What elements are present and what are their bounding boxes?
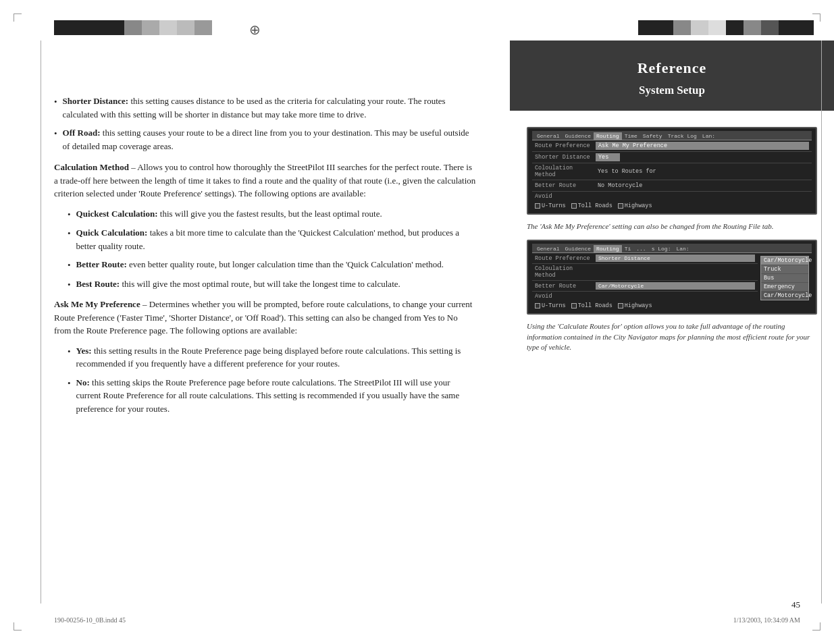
- bullet-item: • Best Route: this will give the most op…: [68, 277, 476, 292]
- header-sq: [142, 20, 159, 35]
- corner-tl: [14, 14, 22, 22]
- header-sq: [726, 20, 744, 35]
- dropdown-item-truck[interactable]: Truck: [761, 265, 808, 274]
- tab-lan: Lan:: [700, 132, 718, 140]
- device-row: Shorter Distance Yes: [532, 152, 812, 163]
- bullet-dot: •: [54, 127, 57, 153]
- header-sq: [194, 20, 212, 35]
- page-number: 45: [791, 599, 800, 610]
- dropdown-item-car2[interactable]: Car/Motorcycle: [761, 292, 808, 300]
- margin-line-left: [41, 41, 41, 603]
- header-sq: [159, 20, 177, 35]
- header-sq: [779, 20, 796, 35]
- tab-lan2: Lan:: [673, 245, 692, 252]
- header-sq: [107, 20, 124, 35]
- bullet-text: Off Road: this setting causes your route…: [63, 126, 476, 153]
- device-label: Coloulation Method: [535, 165, 596, 178]
- header-sq: [177, 20, 194, 35]
- page-container: ⊕ • Shorter Distance: this setting cause…: [0, 0, 834, 644]
- tab-dots: ...: [633, 245, 648, 252]
- calc-method-heading: Calculation Method – Allows you to contr…: [54, 161, 476, 200]
- device-label: Route Preference: [535, 255, 596, 262]
- checkbox-uturns: U-Turns: [535, 203, 566, 209]
- header-sq: [691, 20, 708, 35]
- tab-tracklog: Track Log: [665, 132, 700, 140]
- header-bar-right: [638, 20, 814, 35]
- header-sq: [638, 20, 656, 35]
- tab-time: Time: [622, 132, 640, 140]
- bullet-dot: •: [68, 259, 71, 272]
- device-value: Yes: [596, 153, 620, 161]
- bullet-label: Shorter Distance:: [63, 96, 129, 106]
- device-screenshot-2: General Guidence Routing Ti ... s Log: L…: [527, 240, 817, 315]
- bullet-dot: •: [54, 95, 57, 121]
- device-tabs-1: General Guidence Routing Time Safety Tra…: [532, 131, 812, 140]
- device-avoid-label: Avoid: [532, 192, 812, 201]
- ask-me-heading: Ask Me My Preference – Determines whethe…: [54, 298, 476, 338]
- dropdown-item-emergency[interactable]: Emergency: [761, 283, 808, 292]
- device-checkboxes-2: U-Turns Toll Roads Highways: [532, 301, 812, 311]
- tab-guidence2: Guidence: [563, 245, 594, 252]
- tab-safety: Safety: [640, 132, 665, 140]
- device-label: Shorter Distance: [535, 154, 596, 161]
- checkbox-label: Toll Roads: [578, 203, 613, 209]
- device-label: Better Route: [535, 283, 596, 290]
- device-calc-yes: Yes to Routes for: [596, 167, 658, 176]
- header-sq: [54, 20, 72, 35]
- checkbox-box: [618, 203, 623, 209]
- device-row: Coloulation Method: [532, 264, 758, 281]
- device-no-motorcycle: No Motorcycle: [596, 182, 644, 190]
- device-tabs-2: General Guidence Routing Ti ... s Log: L…: [532, 244, 812, 253]
- caption-2: Using the 'Calculate Routes for' option …: [527, 321, 817, 352]
- bullet-dot: •: [68, 208, 71, 221]
- device-two-col: Route Preference Shorter Distance Coloul…: [532, 253, 812, 292]
- reference-title: Reference: [523, 59, 820, 77]
- bullet-item: • No: this setting skips the Route Prefe…: [68, 376, 476, 416]
- device-value: Ask Me My Preference: [596, 142, 809, 150]
- checkbox-highways-2: Highways: [618, 302, 652, 309]
- device-row: Route Preference Ask Me My Preference: [532, 140, 812, 152]
- bullet-text: Best Route: this will give the most opti…: [76, 277, 400, 292]
- header-sq: [72, 20, 89, 35]
- device-row: Route Preference Shorter Distance: [532, 253, 758, 264]
- crosshair-left: ⊕: [249, 22, 261, 38]
- device-left-col: Route Preference Shorter Distance Coloul…: [532, 253, 758, 292]
- checkbox-label: Highways: [625, 203, 652, 209]
- device-checkboxes: U-Turns Toll Roads Highways: [532, 201, 812, 211]
- top-bullets: • Shorter Distance: this setting causes …: [54, 95, 476, 153]
- system-setup-title: System Setup: [523, 84, 820, 97]
- checkbox-tollroads: Toll Roads: [571, 203, 613, 209]
- header-sq: [89, 20, 107, 35]
- bullet-dot: •: [68, 345, 71, 371]
- device-label: Coloulation Method: [535, 265, 596, 279]
- tab-general: General: [534, 132, 563, 140]
- bullet-item: • Quickest Calculation: this will give y…: [68, 207, 476, 221]
- checkbox-box: [535, 303, 540, 308]
- header-sq: [744, 20, 761, 35]
- header-sq: [124, 20, 142, 35]
- device-row: Coloulation Method Yes to Routes for: [532, 163, 812, 180]
- checkbox-label: Highways: [625, 302, 652, 309]
- dropdown-item-car[interactable]: Car/Motorcycle: [761, 257, 808, 265]
- bullet-label: Off Road:: [63, 128, 101, 138]
- checkbox-box: [571, 203, 577, 209]
- bullet-dot: •: [68, 377, 71, 416]
- right-content: General Guidence Routing Time Safety Tra…: [510, 111, 834, 375]
- tab-general2: General: [534, 245, 563, 252]
- dropdown-item-bus[interactable]: Bus: [761, 274, 808, 283]
- tab-slog: s Log:: [649, 245, 674, 252]
- checkbox-highways: Highways: [618, 203, 652, 209]
- caption-1: The 'Ask Me My Preference' setting can a…: [527, 221, 817, 232]
- checkbox-box: [618, 303, 623, 308]
- bullet-item: • Quick Calculation: takes a bit more ti…: [68, 226, 476, 252]
- main-text: • Shorter Distance: this setting causes …: [54, 95, 476, 415]
- bullet-dot: •: [68, 227, 71, 252]
- checkbox-box: [571, 303, 577, 308]
- footer-left: 190-00256-10_0B.indd 45: [54, 616, 126, 624]
- right-column: Reference System Setup General Guidence …: [510, 0, 834, 644]
- corner-br: [812, 622, 820, 630]
- bullet-item: • Shorter Distance: this setting causes …: [54, 95, 476, 121]
- bullet-text: Quickest Calculation: this will give you…: [76, 207, 382, 221]
- bullet-item: • Off Road: this setting causes your rou…: [54, 126, 476, 153]
- header-sq: [708, 20, 726, 35]
